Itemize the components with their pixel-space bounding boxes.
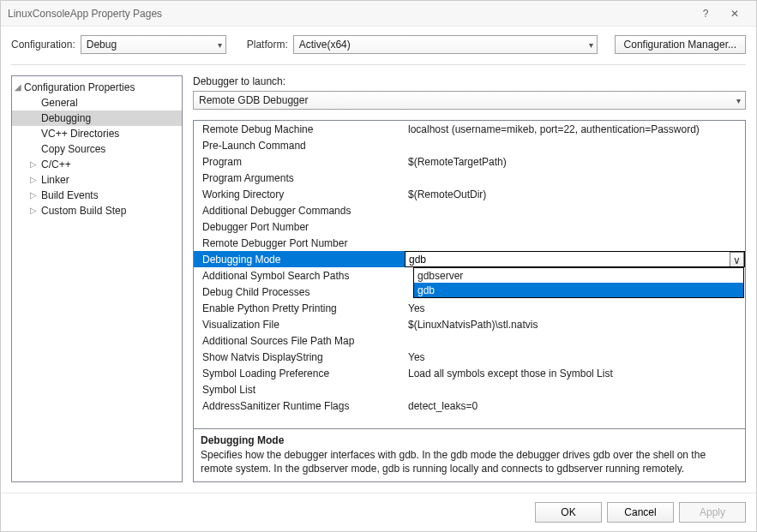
chevron-down-icon: ▾ — [736, 96, 741, 105]
tree-item[interactable]: Debugging — [12, 111, 182, 126]
platform-combo[interactable]: Active(x64) ▾ — [293, 35, 598, 54]
property-value[interactable]: Load all symbols except those in Symbol … — [405, 368, 745, 380]
property-value-text: Load all symbols except those in Symbol … — [408, 368, 613, 380]
cancel-button[interactable]: Cancel — [607, 502, 674, 523]
property-value-text: $(RemoteTargetPath) — [408, 156, 507, 168]
tree-item-label: General — [41, 97, 78, 109]
property-row[interactable]: Debugging Modegdb∨ — [194, 251, 745, 267]
chevron-down-icon: ▾ — [589, 40, 593, 50]
property-value[interactable]: $(RemoteTargetPath) — [405, 156, 745, 168]
property-value[interactable]: Yes — [405, 351, 745, 363]
dropdown-list[interactable]: gdbservergdb — [413, 267, 744, 298]
content-panel: Debugger to launch: Remote GDB Debugger … — [183, 75, 746, 482]
property-value[interactable]: $(LinuxNatvisPath)\stl.natvis — [405, 319, 745, 331]
property-row[interactable]: AddressSanitizer Runtime Flagsdetect_lea… — [194, 398, 745, 414]
property-row[interactable]: Additional Sources File Path Map — [194, 332, 745, 349]
tree-root-label: Configuration Properties — [24, 81, 135, 93]
property-value-text: Yes — [408, 351, 425, 363]
ok-button[interactable]: OK — [535, 502, 602, 523]
property-row[interactable]: Program$(RemoteTargetPath) — [194, 153, 745, 170]
tree-item-label: VC++ Directories — [41, 128, 119, 140]
property-row[interactable]: Show Natvis DisplayStringYes — [194, 349, 745, 365]
tree-item[interactable]: ▷Custom Build Step — [12, 203, 182, 218]
configuration-manager-button[interactable]: Configuration Manager... — [615, 35, 746, 54]
debugger-to-launch-label: Debugger to launch: — [193, 75, 746, 87]
tree-item-label: Copy Sources — [41, 143, 105, 155]
property-label: Pre-Launch Command — [194, 140, 405, 152]
property-value[interactable]: detect_leaks=0 — [405, 400, 745, 412]
property-label: Debugger Port Number — [194, 221, 405, 233]
tree-item[interactable]: ▷Linker — [12, 172, 182, 188]
property-row[interactable]: Program Arguments — [194, 170, 745, 186]
configuration-label: Configuration: — [11, 39, 75, 51]
tree-item[interactable]: General — [12, 95, 182, 111]
property-label: Remote Debugger Port Number — [194, 237, 405, 249]
property-value-text: gdb — [409, 254, 426, 266]
titlebar: LinuxConsoleApp Property Pages ? ✕ — [1, 1, 756, 27]
property-row[interactable]: Visualization File$(LinuxNatvisPath)\stl… — [194, 316, 745, 332]
property-row[interactable]: Debugger Port Number — [194, 218, 745, 235]
property-label: Remote Debug Machine — [194, 123, 405, 135]
window-title: LinuxConsoleApp Property Pages — [8, 8, 691, 20]
property-row[interactable]: Remote Debugger Port Number — [194, 235, 745, 251]
description-panel: Debugging Mode Specifies how the debugge… — [194, 428, 745, 481]
tree-item-label: Debugging — [41, 112, 91, 124]
property-row[interactable]: Enable Python Pretty PrintingYes — [194, 300, 745, 316]
property-grid: Remote Debug Machinelocalhost (username=… — [193, 120, 746, 482]
dropdown-option[interactable]: gdb — [414, 283, 743, 297]
tree-item[interactable]: VC++ Directories — [12, 126, 182, 141]
property-row[interactable]: Pre-Launch Command — [194, 137, 745, 153]
configuration-value: Debug — [87, 39, 117, 51]
property-label: AddressSanitizer Runtime Flags — [194, 400, 405, 412]
navigation-tree[interactable]: ◢Configuration PropertiesGeneralDebuggin… — [11, 75, 183, 482]
property-value-text: Yes — [408, 302, 425, 314]
configuration-manager-label: Configuration Manager... — [624, 39, 736, 51]
platform-label: Platform: — [247, 39, 288, 51]
debugger-to-launch-value: Remote GDB Debugger — [199, 94, 308, 106]
property-row[interactable]: Working Directory$(RemoteOutDir) — [194, 186, 745, 202]
property-label: Show Natvis DisplayString — [194, 351, 405, 363]
dropdown-button[interactable]: ∨ — [730, 252, 744, 267]
apply-button[interactable]: Apply — [679, 502, 746, 523]
tree-item[interactable]: ▷C/C++ — [12, 157, 182, 172]
property-label: Working Directory — [194, 188, 405, 200]
property-label: Additional Symbol Search Paths — [194, 270, 405, 282]
arrow-right-icon: ▷ — [29, 173, 38, 187]
property-label: Visualization File — [194, 319, 405, 331]
property-row[interactable]: Symbol Loading PreferenceLoad all symbol… — [194, 365, 745, 381]
tree-item[interactable]: Copy Sources — [12, 141, 182, 157]
config-toolbar: Configuration: Debug ▾ Platform: Active(… — [1, 27, 756, 56]
property-row[interactable]: Symbol List — [194, 381, 745, 398]
chevron-down-icon: ▾ — [218, 40, 222, 50]
chevron-down-icon: ∨ — [733, 254, 741, 266]
help-icon[interactable]: ? — [691, 2, 720, 26]
dialog-footer: OK Cancel Apply — [1, 493, 756, 531]
property-label: Program — [194, 156, 405, 168]
description-title: Debugging Mode — [201, 434, 738, 446]
property-label: Additional Debugger Commands — [194, 205, 405, 217]
property-grid-rows[interactable]: Remote Debug Machinelocalhost (username=… — [194, 121, 745, 428]
property-value-text: $(RemoteOutDir) — [408, 188, 486, 200]
dialog-window: LinuxConsoleApp Property Pages ? ✕ Confi… — [0, 0, 757, 532]
property-value[interactable]: localhost (username=mikeb, port=22, auth… — [405, 123, 745, 135]
property-row[interactable]: Remote Debug Machinelocalhost (username=… — [194, 121, 745, 137]
property-label: Debugging Mode — [194, 254, 405, 266]
property-label: Additional Sources File Path Map — [194, 335, 405, 347]
property-value[interactable]: Yes — [405, 302, 745, 314]
property-label: Enable Python Pretty Printing — [194, 302, 405, 314]
property-row[interactable]: Additional Debugger Commands — [194, 202, 745, 218]
property-value[interactable]: $(RemoteOutDir) — [405, 188, 745, 200]
configuration-combo[interactable]: Debug ▾ — [81, 35, 226, 54]
arrow-right-icon: ▷ — [29, 204, 38, 218]
dropdown-option[interactable]: gdbserver — [414, 268, 743, 283]
property-value-text: detect_leaks=0 — [408, 400, 478, 412]
property-label: Symbol List — [194, 384, 405, 396]
tree-root[interactable]: ◢Configuration Properties — [12, 80, 182, 95]
tree-item-label: C/C++ — [41, 158, 71, 170]
tree-item[interactable]: ▷Build Events — [12, 188, 182, 203]
property-value[interactable]: gdb∨ — [405, 251, 745, 267]
debugger-to-launch-combo[interactable]: Remote GDB Debugger ▾ — [193, 91, 746, 110]
close-icon[interactable]: ✕ — [720, 2, 749, 26]
property-label: Program Arguments — [194, 172, 405, 184]
tree-item-label: Custom Build Step — [41, 205, 126, 217]
